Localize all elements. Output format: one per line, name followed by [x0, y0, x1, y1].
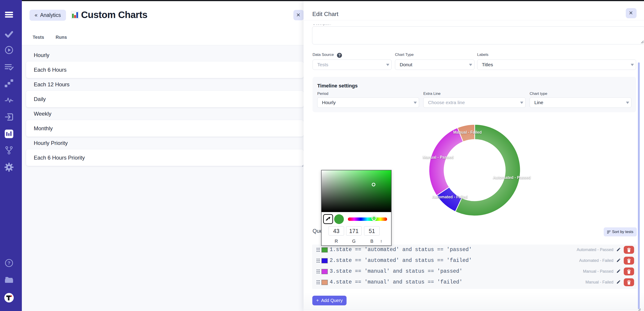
svg-text:?: ? [338, 53, 341, 57]
svg-text:Manual - Failed: Manual - Failed [453, 130, 482, 135]
svg-text:Automated - Passed: Automated - Passed [493, 175, 531, 180]
svg-text:Manual - Passed: Manual - Passed [423, 155, 454, 160]
svg-text:Automated - Failed: Automated - Failed [432, 195, 468, 199]
svg-text:?: ? [8, 260, 10, 265]
